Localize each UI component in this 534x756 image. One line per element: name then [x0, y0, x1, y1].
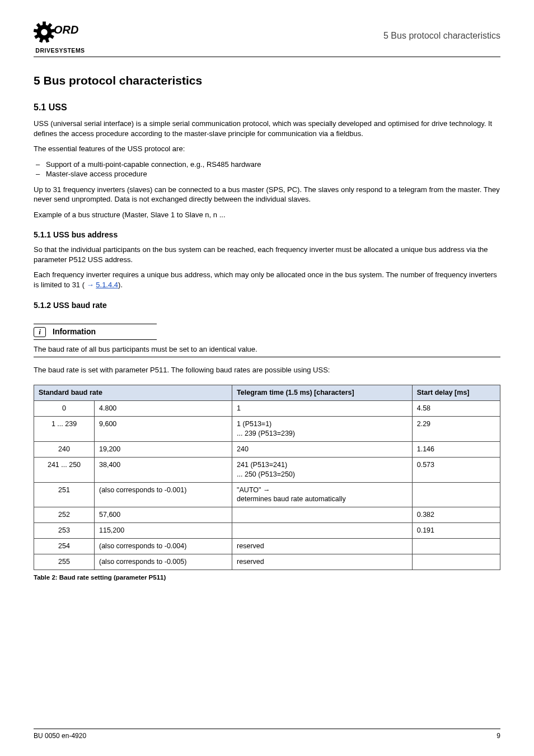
svg-text:ORD: ORD [54, 24, 78, 36]
cell [232, 507, 413, 523]
cell: 240 [34, 441, 95, 457]
cell: (also corresponds to -0.001) [95, 482, 232, 507]
cell: 115,200 [95, 523, 232, 539]
table-row: 253 115,200 0.191 [34, 523, 500, 539]
cell-text: ... 239 (P513=239) [237, 430, 295, 437]
cell: 19,200 [95, 441, 232, 457]
cell-text: 241 (P513=241) [237, 461, 287, 469]
page-header: ORD DRIVESYSTEMS 5 Bus protocol characte… [34, 17, 500, 57]
cell: 253 [34, 523, 95, 539]
cell: reserved [232, 554, 413, 570]
footer-page-number: 9 [496, 731, 500, 740]
section-5-1-2-p1: The baud rate is set with parameter P511… [34, 365, 500, 375]
cell [412, 554, 500, 570]
cell: reserved [232, 539, 413, 554]
section-breadcrumb: 5 Bus protocol characteristics [383, 30, 500, 42]
intro-p4: Example of a bus structure (Master, Slav… [34, 210, 500, 220]
table-header-row: Standard baud rate Telegram time (1.5 ms… [34, 385, 500, 401]
section-5-1-1-p2: Each frequency inverter requires a uniqu… [34, 270, 500, 290]
intro-p2: The essential features of the USS protoc… [34, 144, 500, 154]
page-footer: BU 0050 en-4920 9 [34, 729, 500, 740]
link-5-1-4-4[interactable]: 5.1.4.4 [96, 281, 118, 289]
cell: 1.146 [412, 441, 500, 457]
intro-p1: USS (universal serial interface) is a si… [34, 119, 500, 138]
svg-rect-7 [34, 29, 38, 32]
th-telegram-time: Telegram time (1.5 ms) [characters] [232, 385, 413, 401]
cell-text: 1 (P513=1) [237, 420, 271, 428]
cell: 1 (P513=1) ... 239 (P513=239) [232, 417, 413, 442]
info-icon: i [34, 327, 46, 337]
cell: 252 [34, 507, 95, 523]
intro-p3: Up to 31 frequency inverters (slaves) ca… [34, 185, 500, 204]
cell-text: determines baud rate automatically [237, 495, 346, 503]
section-5-1-1-title: 5.1.1 USS bus address [34, 230, 500, 240]
cell: (also corresponds to -0.005) [95, 554, 232, 570]
table-row: 251 (also corresponds to -0.001) "AUTO" … [34, 482, 500, 507]
baud-rate-table: Standard baud rate Telegram time (1.5 ms… [34, 385, 500, 570]
cell: 241 (P513=241) ... 250 (P513=250) [232, 457, 413, 482]
cell: 0.382 [412, 507, 500, 523]
arrow-icon: → [87, 281, 94, 289]
info-head: i Information [34, 324, 157, 340]
table-row: 254 (also corresponds to -0.004) reserve… [34, 539, 500, 554]
cell: 251 [34, 482, 95, 507]
th-start-delay: Start delay [ms] [412, 385, 500, 401]
cell: 1 [232, 401, 413, 417]
cell [412, 482, 500, 507]
cell: 241 ... 250 [34, 457, 95, 482]
cell: 4.58 [412, 401, 500, 417]
feature-2: Master-slave access procedure [48, 169, 500, 179]
cell [412, 539, 500, 554]
cell: 2.29 [412, 417, 500, 442]
table-caption: Table 2: Baud rate setting (parameter P5… [34, 573, 500, 582]
cell-p511-0: 0 [34, 401, 95, 417]
section-5-1-1-p1: So that the individual participants on t… [34, 245, 500, 264]
cell: 1 ... 239 [34, 417, 95, 442]
cell: 240 [232, 441, 413, 457]
cell: (also corresponds to -0.004) [95, 539, 232, 554]
feature-1: Support of a multi-point-capable connect… [48, 160, 500, 170]
th-standard-baud: Standard baud rate [34, 385, 232, 401]
section-5-1-title: 5.1 USS [34, 101, 500, 114]
table-row: 0 4.800 1 4.58 [34, 401, 500, 417]
nord-gear-icon: ORD [34, 17, 87, 48]
table-row: 240 19,200 240 1.146 [34, 441, 500, 457]
cell: 4.800 [95, 401, 232, 417]
brand-logo: ORD DRIVESYSTEMS [34, 17, 87, 54]
info-body: The baud rate of all bus participants mu… [34, 340, 500, 357]
cell: 255 [34, 554, 95, 570]
cell: 0.191 [412, 523, 500, 539]
table-row: 252 57,600 0.382 [34, 507, 500, 523]
cell: 9,600 [95, 417, 232, 442]
cell: "AUTO" → determines baud rate automatica… [232, 482, 413, 507]
svg-rect-0 [43, 22, 46, 26]
section-5-1-2-title: 5.1.2 USS baud rate [34, 300, 500, 311]
cell-text: "AUTO" → [237, 486, 270, 494]
features-list: Support of a multi-point-capable connect… [48, 160, 500, 179]
cell: 57,600 [95, 507, 232, 523]
table-row: 1 ... 239 9,600 1 (P513=1) ... 239 (P513… [34, 417, 500, 442]
info-note: i Information The baud rate of all bus p… [34, 324, 500, 357]
table-row: 241 ... 250 38,400 241 (P513=241) ... 25… [34, 457, 500, 482]
cell-text: ... 250 (P513=250) [237, 470, 295, 478]
table-row: 255 (also corresponds to -0.005) reserve… [34, 554, 500, 570]
cell: 0.573 [412, 457, 500, 482]
section-5-title: 5 Bus protocol characteristics [34, 73, 500, 88]
drivesystems-label: DRIVESYSTEMS [35, 46, 85, 54]
footer-doc-id: BU 0050 en-4920 [34, 731, 86, 740]
cell: 38,400 [95, 457, 232, 482]
info-title: Information [53, 326, 96, 337]
cell: 254 [34, 539, 95, 554]
cell [232, 523, 413, 539]
